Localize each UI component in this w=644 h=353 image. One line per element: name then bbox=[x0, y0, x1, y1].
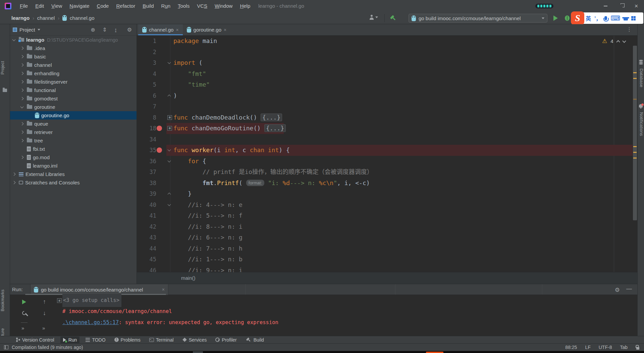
menu-vcs[interactable]: VCS bbox=[193, 3, 211, 9]
settings-gear-icon[interactable]: ⚙ bbox=[126, 24, 133, 36]
code-line[interactable]: 6) bbox=[137, 90, 633, 101]
tool-strip-database[interactable]: Database bbox=[638, 69, 644, 99]
close-icon[interactable]: × bbox=[176, 27, 178, 33]
punctuation-toggle[interactable]: ’， bbox=[594, 14, 601, 22]
chevron-right-icon[interactable] bbox=[12, 173, 16, 176]
scrollbar-thumb[interactable] bbox=[633, 46, 637, 220]
code-line[interactable]: 45 //i: 1---> n: b bbox=[137, 254, 633, 265]
notifications-bell-icon[interactable] bbox=[639, 104, 643, 107]
breadcrumb-item[interactable]: channel.go bbox=[70, 15, 94, 21]
menu-tools[interactable]: Tools bbox=[174, 3, 193, 9]
more-actions-icon[interactable]: » bbox=[21, 325, 24, 331]
more-actions-icon[interactable]: » bbox=[42, 325, 45, 331]
tree-item-go.mod[interactable]: go.mod bbox=[10, 153, 137, 162]
code-line[interactable]: 8+func chanDemoDeadlock() {...} bbox=[137, 112, 633, 123]
chevron-right-icon[interactable] bbox=[20, 47, 24, 50]
keyboard-icon[interactable]: ⌨ bbox=[610, 15, 620, 21]
tool-window-button-build[interactable]: Build bbox=[243, 337, 267, 343]
input-language-toggle[interactable]: 英 bbox=[586, 14, 591, 22]
menu-code[interactable]: Code bbox=[93, 3, 113, 9]
code-line[interactable]: 40 //i: 4---> n: e bbox=[137, 200, 633, 211]
tree-item-channel[interactable]: channel bbox=[10, 61, 137, 69]
tree-item-basic[interactable]: basic bbox=[10, 52, 137, 61]
tree-item-learngo[interactable]: learngoD:\STUDYSPACE\Golang\learngo bbox=[10, 36, 137, 44]
fold-plus-icon[interactable]: + bbox=[57, 298, 62, 303]
run-button[interactable] bbox=[553, 15, 558, 21]
code-line[interactable]: 18+func chanDemoGoRoutine() {...} bbox=[137, 123, 633, 134]
caret-position[interactable]: 88:25 bbox=[565, 345, 577, 350]
chevron-right-icon[interactable] bbox=[20, 122, 24, 126]
chevron-right-icon[interactable] bbox=[20, 156, 24, 159]
error-file-link[interactable]: .\channel.go:55:17 bbox=[57, 317, 119, 328]
fold-down-icon[interactable] bbox=[168, 159, 171, 162]
menu-file[interactable]: File bbox=[16, 3, 32, 9]
tree-item-learngo.iml[interactable]: learngo.iml bbox=[10, 162, 137, 170]
editor-tab-goroutine.go[interactable]: goroutine.go× bbox=[183, 24, 231, 35]
layout-icon[interactable] bbox=[4, 345, 8, 349]
line-separator[interactable]: LF bbox=[585, 345, 590, 350]
editor-breadcrumb[interactable]: main() bbox=[137, 272, 637, 284]
menu-view[interactable]: View bbox=[48, 3, 66, 9]
code-line[interactable]: 44 //i: 7---> n: h bbox=[137, 243, 633, 254]
code-line[interactable]: 34 bbox=[137, 134, 633, 145]
user-menu-button[interactable] bbox=[369, 15, 378, 20]
fold-down-icon[interactable] bbox=[168, 203, 171, 206]
tree-item-filelistingserver[interactable]: filelistingserver bbox=[10, 78, 137, 86]
tool-strip-notifications[interactable]: Notifications bbox=[638, 112, 644, 149]
menu-refactor[interactable]: Refactor bbox=[112, 3, 139, 9]
run-console-tab[interactable]: go build imooc.com/ccmouse/learngo/chann… bbox=[30, 284, 168, 295]
code-line[interactable]: 3import ( bbox=[137, 57, 633, 69]
code-line[interactable]: 43 //i: 6---> n: g bbox=[137, 232, 633, 243]
rerun-button[interactable] bbox=[22, 300, 26, 304]
code-line[interactable]: 4 "fmt" bbox=[137, 69, 633, 80]
tool-window-button-run[interactable]: Run bbox=[60, 337, 80, 343]
code-line[interactable]: 38 fmt.Printf( format: "i: %d---> n: %c\… bbox=[137, 178, 633, 189]
chevron-right-icon[interactable] bbox=[20, 139, 24, 142]
close-icon[interactable]: × bbox=[162, 287, 165, 292]
tool-window-button-todo[interactable]: TODO bbox=[83, 337, 108, 343]
tool-window-button-profiler[interactable]: Profiler bbox=[213, 337, 239, 343]
fold-up-icon[interactable] bbox=[168, 193, 171, 196]
menu-navigate[interactable]: Navigate bbox=[66, 3, 93, 9]
fold-up-icon[interactable] bbox=[168, 94, 171, 98]
toolbox-grid-icon[interactable] bbox=[631, 16, 636, 20]
collapse-all-button[interactable]: ↨ bbox=[112, 24, 119, 36]
fold-down-icon[interactable] bbox=[168, 61, 171, 64]
chevron-right-icon[interactable] bbox=[20, 97, 24, 100]
run-configuration-select[interactable]: go build imooc.com/ccmouse/learngo/chann… bbox=[409, 14, 547, 23]
restore-button[interactable] bbox=[613, 0, 629, 12]
debug-button[interactable] bbox=[565, 15, 570, 21]
tree-item-goroutine.go[interactable]: goroutine.go bbox=[10, 111, 137, 120]
tool-window-button-services[interactable]: Services bbox=[180, 337, 210, 343]
chevron-right-icon[interactable] bbox=[20, 63, 24, 67]
editor-tab-channel.go[interactable]: channel.go× bbox=[138, 24, 183, 35]
hide-panel-button[interactable]: — bbox=[626, 285, 632, 292]
tree-item-.idea[interactable]: .idea bbox=[10, 44, 137, 52]
tree-item-queue[interactable]: queue bbox=[10, 120, 137, 128]
database-icon[interactable] bbox=[639, 60, 643, 61]
breadcrumb-item[interactable]: channel bbox=[37, 15, 55, 21]
breadcrumb-item[interactable]: learngo bbox=[11, 15, 30, 21]
chevron-down-icon[interactable] bbox=[20, 105, 24, 108]
locate-file-button[interactable]: ⊕ bbox=[90, 24, 96, 36]
tree-item-gomodtest[interactable]: gomodtest bbox=[10, 94, 137, 103]
error-stripe[interactable] bbox=[633, 36, 637, 272]
tool-window-button-terminal[interactable]: Terminal bbox=[147, 337, 176, 343]
project-panel-title[interactable]: Project bbox=[19, 27, 35, 33]
inspection-widget[interactable]: ⚠ 4 bbox=[602, 38, 626, 45]
tree-item-functional[interactable]: functional bbox=[10, 86, 137, 94]
tool-window-button-problems[interactable]: Problems bbox=[112, 337, 143, 343]
breakpoint-icon[interactable] bbox=[157, 126, 162, 131]
fold-plus-icon[interactable]: + bbox=[167, 126, 172, 131]
indent-style[interactable]: Tab bbox=[620, 345, 628, 350]
build-hammer-icon[interactable] bbox=[389, 14, 397, 22]
code-line[interactable]: 42 //i: 8---> n: i bbox=[137, 221, 633, 232]
chevron-right-icon[interactable] bbox=[20, 55, 24, 58]
minimize-button[interactable] bbox=[598, 0, 613, 12]
tree-item-external-libraries[interactable]: External Libraries bbox=[10, 170, 137, 178]
settings-gear-icon[interactable] bbox=[615, 286, 620, 294]
chevron-right-icon[interactable] bbox=[12, 181, 16, 184]
chevron-down-icon[interactable] bbox=[38, 29, 40, 31]
editor-options-menu-icon[interactable] bbox=[627, 26, 632, 33]
file-encoding[interactable]: UTF-8 bbox=[599, 345, 612, 350]
